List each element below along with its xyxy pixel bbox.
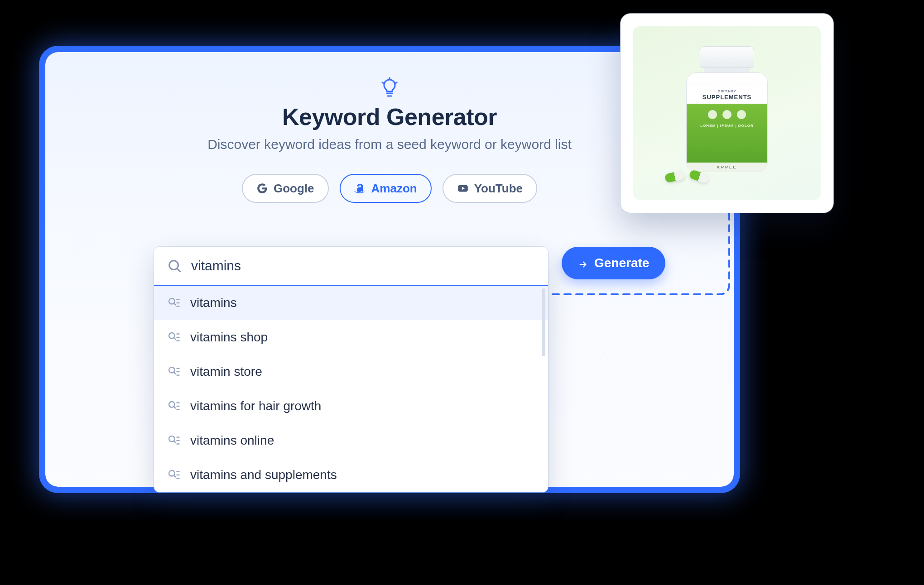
suggestion-text: vitamins online bbox=[190, 433, 274, 448]
suggestion-icon bbox=[167, 399, 180, 413]
source-chip-label: Amazon bbox=[371, 182, 417, 196]
suggestion-list: vitamins vitamins shop vitamin store vit… bbox=[154, 286, 548, 492]
suggestion-item[interactable]: vitamin store bbox=[154, 355, 548, 389]
suggestion-icon bbox=[167, 434, 180, 447]
amazon-icon bbox=[354, 182, 366, 194]
svg-point-3 bbox=[169, 333, 175, 339]
youtube-icon bbox=[457, 182, 469, 194]
suggestion-text: vitamins bbox=[190, 296, 237, 310]
suggestion-item[interactable]: vitamins shop bbox=[154, 320, 548, 355]
source-chip-label: Google bbox=[274, 182, 314, 196]
supplement-bottle-illustration: DIETARY SUPPLEMENTS LOREM | IPSUM | DOLO… bbox=[686, 46, 768, 173]
arrow-right-icon bbox=[578, 258, 588, 268]
suggestion-text: vitamin store bbox=[190, 364, 262, 379]
product-image: DIETARY SUPPLEMENTS LOREM | IPSUM | DOLO… bbox=[633, 26, 821, 200]
suggestion-icon bbox=[167, 468, 180, 482]
google-icon bbox=[256, 182, 268, 194]
svg-point-2 bbox=[169, 298, 175, 304]
pills-illustration bbox=[665, 172, 709, 181]
source-chip-label: YouTube bbox=[474, 182, 523, 196]
search-input[interactable] bbox=[191, 258, 535, 273]
product-subline: LOREM | IPSUM | DOLOR bbox=[687, 124, 767, 128]
source-chip-youtube[interactable]: YouTube bbox=[443, 174, 537, 203]
scrollbar-indicator[interactable] bbox=[542, 288, 545, 356]
product-preview-card: DIETARY SUPPLEMENTS LOREM | IPSUM | DOLO… bbox=[621, 14, 833, 213]
svg-point-6 bbox=[169, 436, 175, 442]
source-chip-google[interactable]: Google bbox=[242, 174, 329, 203]
suggestion-text: vitamins shop bbox=[190, 330, 268, 345]
suggestion-icon bbox=[167, 331, 180, 344]
product-label-line1: DIETARY bbox=[717, 89, 736, 93]
generate-button[interactable]: Generate bbox=[562, 247, 665, 279]
svg-point-7 bbox=[169, 470, 175, 476]
suggestion-item[interactable]: vitamins and supplements bbox=[154, 458, 548, 492]
svg-point-1 bbox=[169, 261, 178, 270]
suggestion-text: vitamins for hair growth bbox=[190, 399, 321, 413]
lightbulb-icon bbox=[379, 77, 400, 99]
suggestion-icon bbox=[167, 365, 180, 379]
product-label-line2: SUPPLEMENTS bbox=[703, 94, 752, 101]
generate-button-label: Generate bbox=[594, 256, 649, 270]
suggestion-item[interactable]: vitamins for hair growth bbox=[154, 389, 548, 423]
search-autocomplete: vitamins vitamins shop vitamin store vit… bbox=[154, 247, 548, 492]
search-icon bbox=[167, 258, 182, 273]
search-input-row[interactable] bbox=[154, 247, 548, 286]
svg-point-5 bbox=[169, 402, 175, 408]
suggestion-text: vitamins and supplements bbox=[190, 468, 337, 482]
suggestion-item[interactable]: vitamins bbox=[154, 286, 548, 320]
source-chip-amazon[interactable]: Amazon bbox=[340, 174, 432, 203]
suggestion-icon bbox=[167, 296, 180, 310]
suggestion-item[interactable]: vitamins online bbox=[154, 423, 548, 458]
svg-point-4 bbox=[169, 367, 175, 373]
product-flavor: APPLE bbox=[687, 163, 767, 172]
